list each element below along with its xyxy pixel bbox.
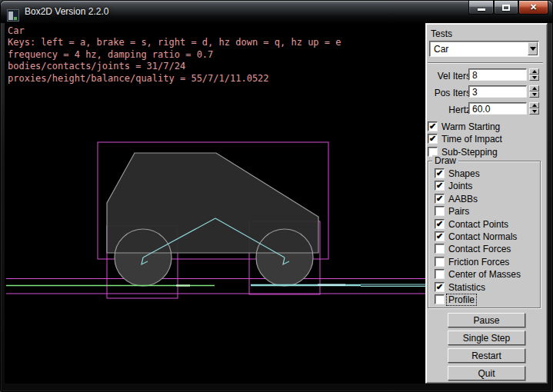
contact-normals-checkbox[interactable]: ✔ bbox=[435, 231, 445, 241]
checkbox-row-statistics: ✔Statistics bbox=[433, 281, 541, 294]
stats-line-2: Keys: left = a, brake = s, right = d, hz… bbox=[8, 37, 341, 48]
friction-forces-checkbox[interactable] bbox=[435, 257, 445, 267]
pos-iters-spinner-down-button[interactable] bbox=[529, 91, 539, 98]
pos-iters-value: 3 bbox=[472, 87, 478, 98]
spinner-down-icon bbox=[532, 93, 537, 96]
draw-group-title: Draw bbox=[432, 155, 458, 166]
simulation-canvas[interactable]: CarKeys: left = a, brake = s, right = d,… bbox=[5, 23, 425, 384]
hertz-spinner-up-button[interactable] bbox=[529, 102, 539, 108]
restart-button[interactable]: Restart bbox=[448, 348, 525, 363]
statistics-label: Statistics bbox=[448, 282, 485, 293]
maximize-button[interactable] bbox=[494, 1, 518, 15]
checkbox-row-warm-starting: ✔Warm Starting bbox=[426, 121, 548, 133]
check-icon: ✔ bbox=[436, 181, 443, 190]
vel-iters-input[interactable]: 8 bbox=[468, 68, 527, 81]
contact-forces-label: Contact Forces bbox=[448, 244, 511, 254]
time-of-impact-label: Time of Impact bbox=[441, 134, 502, 145]
client-area: CarKeys: left = a, brake = s, right = d,… bbox=[5, 23, 548, 384]
vel-iters-spinner bbox=[529, 68, 539, 81]
hertz-row: Hertz60.0 bbox=[426, 102, 548, 119]
checkbox-row-center-of-masses: Center of Masses bbox=[433, 268, 541, 281]
quit-button[interactable]: Quit bbox=[448, 366, 525, 380]
check-icon: ✔ bbox=[436, 194, 443, 203]
time-of-impact-checkbox[interactable]: ✔ bbox=[428, 134, 438, 144]
check-icon: ✔ bbox=[436, 168, 443, 178]
action-buttons: PauseSingle StepRestartQuit bbox=[448, 313, 525, 384]
profile-checkbox[interactable] bbox=[435, 294, 445, 304]
shapes-label: Shapes bbox=[448, 168, 480, 179]
friction-forces-label: Friction Forces bbox=[448, 257, 509, 267]
spinner-up-icon bbox=[532, 70, 537, 73]
pos-iters-label: Pos Iters bbox=[435, 88, 471, 98]
check-icon: ✔ bbox=[436, 231, 443, 241]
joints-checkbox[interactable]: ✔ bbox=[435, 181, 445, 191]
tests-dropdown-value: Car bbox=[434, 44, 448, 55]
draw-options: ✔Shapes✔Joints✔AABBsPairs✔Contact Points… bbox=[433, 168, 541, 306]
aabbs-label: AABBs bbox=[448, 194, 478, 204]
window-title: Box2D Version 2.2.0 bbox=[25, 6, 108, 17]
minimize-icon bbox=[478, 8, 485, 11]
chevron-down-icon bbox=[530, 47, 536, 51]
app-window: Box2D Version 2.2.0 ✕ bbox=[0, 0, 553, 392]
screen: Box2D Version 2.2.0 ✕ bbox=[0, 0, 553, 392]
pos-iters-row: Pos Iters3 bbox=[426, 85, 548, 102]
checkbox-row-friction-forces: Friction Forces bbox=[433, 256, 541, 268]
vel-iters-value: 8 bbox=[472, 70, 478, 81]
stats-line-5: proxies/height/balance/quality = 55/7/1/… bbox=[8, 73, 341, 85]
vel-iters-label: Vel Iters bbox=[438, 71, 471, 81]
checkbox-row-time-of-impact: ✔Time of Impact bbox=[426, 133, 548, 145]
joints-label: Joints bbox=[448, 181, 472, 191]
contact-points-label: Contact Points bbox=[448, 219, 508, 230]
hertz-spinner-down-button[interactable] bbox=[529, 108, 539, 115]
statistics-checkbox[interactable]: ✔ bbox=[435, 282, 445, 292]
vel-iters-row: Vel Iters8 bbox=[426, 68, 548, 85]
control-panel: Tests Car Vel Iters8Pos Iters3Hertz60.0 … bbox=[425, 23, 548, 384]
spinner-up-icon bbox=[532, 104, 537, 107]
hertz-input[interactable]: 60.0 bbox=[468, 102, 527, 115]
checkbox-row-contact-points: ✔Contact Points bbox=[433, 218, 541, 231]
hertz-label: Hertz bbox=[448, 105, 471, 115]
iteration-spinners: Vel Iters8Pos Iters3Hertz60.0 bbox=[426, 68, 548, 119]
hertz-value: 60.0 bbox=[472, 104, 490, 115]
single-step-button[interactable]: Single Step bbox=[448, 331, 525, 345]
tests-dropdown-button[interactable] bbox=[528, 42, 538, 55]
checkbox-row-contact-forces: Contact Forces bbox=[433, 243, 541, 255]
debug-stats-text: CarKeys: left = a, brake = s, right = d,… bbox=[8, 25, 341, 85]
checkbox-row-shapes: ✔Shapes bbox=[433, 168, 541, 180]
close-button[interactable]: ✕ bbox=[518, 1, 548, 15]
warm-starting-checkbox[interactable]: ✔ bbox=[428, 121, 438, 131]
check-icon: ✔ bbox=[429, 121, 436, 131]
center-of-masses-label: Center of Masses bbox=[448, 269, 521, 280]
separator bbox=[428, 62, 543, 64]
vel-iters-spinner-up-button[interactable] bbox=[529, 68, 539, 75]
pairs-checkbox[interactable] bbox=[435, 206, 445, 216]
checkbox-row-contact-normals: ✔Contact Normals bbox=[433, 231, 541, 243]
stats-line-1: Car bbox=[8, 25, 341, 37]
check-icon: ✔ bbox=[436, 282, 443, 291]
pause-button[interactable]: Pause bbox=[448, 313, 525, 327]
car-chassis bbox=[107, 153, 318, 253]
pos-iters-spinner bbox=[529, 85, 539, 98]
checkbox-row-joints: ✔Joints bbox=[433, 180, 541, 192]
titlebar[interactable]: Box2D Version 2.2.0 ✕ bbox=[1, 1, 552, 23]
checkbox-row-aabbs: ✔AABBs bbox=[433, 193, 541, 205]
center-of-masses-checkbox[interactable] bbox=[435, 269, 445, 279]
vel-iters-spinner-down-button[interactable] bbox=[529, 75, 539, 81]
contact-forces-checkbox[interactable] bbox=[435, 244, 445, 254]
app-icon bbox=[7, 9, 19, 22]
check-icon: ✔ bbox=[429, 134, 436, 143]
shapes-checkbox[interactable]: ✔ bbox=[435, 168, 445, 178]
spinner-down-icon bbox=[532, 76, 537, 79]
contact-points-checkbox[interactable]: ✔ bbox=[435, 219, 445, 229]
checkbox-row-profile: Profile bbox=[433, 294, 541, 306]
spinner-down-icon bbox=[532, 110, 537, 113]
pos-iters-spinner-up-button[interactable] bbox=[529, 85, 539, 91]
pos-iters-input[interactable]: 3 bbox=[468, 85, 527, 98]
tests-dropdown[interactable]: Car bbox=[429, 41, 539, 57]
solver-toggles: ✔Warm Starting✔Time of ImpactSub-Steppin… bbox=[426, 121, 548, 158]
minimize-button[interactable] bbox=[468, 1, 494, 15]
tests-label: Tests bbox=[431, 28, 452, 39]
checkbox-row-pairs: Pairs bbox=[433, 205, 541, 218]
draw-groupbox: Draw ✔Shapes✔Joints✔AABBsPairs✔Contact P… bbox=[428, 161, 541, 308]
aabbs-checkbox[interactable]: ✔ bbox=[435, 194, 445, 204]
